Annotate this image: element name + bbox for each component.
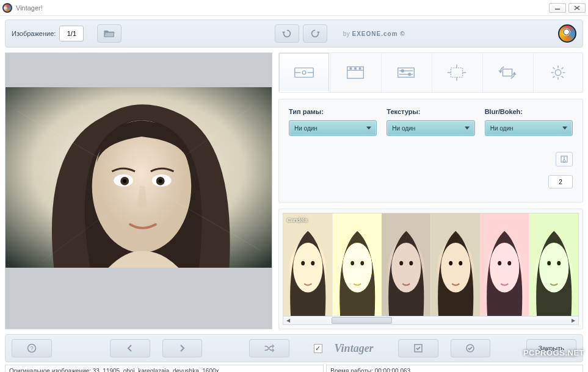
svg-point-46 bbox=[301, 261, 305, 265]
svg-point-20 bbox=[355, 68, 357, 70]
status-original: Оригинальное изображение: 33_11905_oboi_… bbox=[5, 365, 324, 372]
brand-logo-icon bbox=[558, 24, 576, 43]
preview-image bbox=[5, 87, 272, 268]
toolbar: Изображение: 1/1 by EXEONE.com © bbox=[5, 20, 583, 48]
window-title: Vintager! bbox=[16, 4, 546, 12]
bottom-bar: ? ✓ Vintager Закрыть bbox=[5, 334, 583, 362]
save-button[interactable] bbox=[398, 339, 438, 357]
shuffle-button[interactable] bbox=[249, 339, 289, 357]
settings-tab[interactable] bbox=[533, 53, 583, 92]
help-button[interactable]: ? bbox=[12, 339, 52, 357]
tool-tabs bbox=[278, 52, 583, 93]
filter-thumb[interactable] bbox=[382, 213, 431, 316]
next-button[interactable] bbox=[162, 339, 203, 357]
scroll-grip[interactable] bbox=[332, 317, 392, 324]
svg-rect-32 bbox=[503, 69, 512, 76]
frame-type-dropdown[interactable]: Ни один bbox=[289, 120, 377, 136]
rotate-tab[interactable] bbox=[482, 53, 532, 92]
svg-point-57 bbox=[409, 261, 413, 265]
controls-panel: Тип рамы: Ни один Текстуры: Ни один Blur… bbox=[278, 99, 583, 202]
svg-point-25 bbox=[401, 70, 404, 72]
crop-tab[interactable] bbox=[432, 53, 481, 92]
svg-point-7 bbox=[123, 179, 126, 183]
svg-point-72 bbox=[557, 261, 561, 265]
filter-label: Candela bbox=[287, 217, 308, 223]
close-button[interactable] bbox=[568, 3, 586, 13]
svg-line-39 bbox=[562, 76, 564, 78]
undo-button[interactable] bbox=[275, 24, 299, 43]
svg-point-14 bbox=[302, 71, 306, 74]
svg-point-19 bbox=[350, 68, 352, 70]
svg-line-38 bbox=[553, 67, 554, 69]
preview-pane bbox=[5, 52, 272, 329]
filter-strip-panel: Candela ◀ ▶ bbox=[278, 209, 583, 329]
texture-label: Текстуры: bbox=[387, 108, 474, 115]
filter-thumb[interactable] bbox=[480, 213, 529, 316]
scroll-left-button[interactable]: ◀ bbox=[283, 317, 293, 324]
texture-dropdown[interactable]: Ни один bbox=[387, 120, 474, 136]
svg-point-62 bbox=[459, 261, 462, 265]
adjust-tab[interactable] bbox=[381, 53, 430, 92]
filter-thumb[interactable]: Candela bbox=[283, 213, 333, 316]
blur-label: Blur/Bokeh: bbox=[485, 108, 573, 115]
filter-strip: Candela bbox=[283, 213, 579, 317]
svg-point-56 bbox=[399, 261, 403, 265]
blur-dropdown[interactable]: Ни один bbox=[485, 120, 573, 136]
minimize-button[interactable] bbox=[549, 3, 566, 13]
vintager-checkbox[interactable]: ✓ bbox=[314, 344, 322, 353]
svg-point-26 bbox=[408, 73, 411, 76]
by-text: by EXEONE.com © bbox=[343, 30, 405, 37]
filter-scrollbar[interactable]: ◀ ▶ bbox=[283, 317, 579, 325]
filter-thumb[interactable] bbox=[333, 213, 382, 316]
svg-rect-22 bbox=[398, 68, 415, 77]
svg-point-52 bbox=[360, 261, 364, 265]
svg-rect-27 bbox=[451, 68, 463, 77]
apply-button[interactable] bbox=[451, 339, 491, 357]
app-icon bbox=[2, 3, 12, 13]
image-counter: 1/1 bbox=[59, 26, 84, 41]
redo-button[interactable] bbox=[303, 24, 327, 43]
effects-tab[interactable] bbox=[279, 53, 329, 92]
svg-point-66 bbox=[498, 261, 501, 265]
vintager-logo: Vintager bbox=[335, 342, 374, 355]
svg-point-61 bbox=[449, 261, 452, 265]
svg-line-40 bbox=[562, 67, 564, 69]
watermark: PCPROGS.NET bbox=[523, 348, 584, 357]
status-runtime: Время работы: 00:00:00.063 bbox=[326, 365, 583, 372]
svg-point-33 bbox=[555, 70, 561, 76]
frame-tab[interactable] bbox=[330, 53, 380, 92]
open-folder-button[interactable] bbox=[97, 24, 122, 43]
svg-point-10 bbox=[159, 179, 162, 183]
status-bar: Оригинальное изображение: 33_11905_oboi_… bbox=[5, 365, 583, 372]
svg-point-21 bbox=[359, 68, 361, 70]
frame-type-label: Тип рамы: bbox=[289, 108, 377, 115]
eyedropper-icon[interactable] bbox=[556, 152, 573, 166]
blur-amount-field[interactable]: 2 bbox=[548, 175, 573, 188]
svg-line-41 bbox=[553, 76, 554, 78]
svg-point-51 bbox=[350, 261, 354, 265]
scroll-right-button[interactable]: ▶ bbox=[568, 317, 578, 324]
titlebar: Vintager! bbox=[0, 0, 588, 16]
prev-button[interactable] bbox=[110, 339, 150, 357]
filter-thumb[interactable] bbox=[529, 213, 579, 316]
filter-thumb[interactable] bbox=[431, 213, 481, 316]
image-label: Изображение: bbox=[12, 30, 56, 37]
svg-point-47 bbox=[311, 261, 314, 265]
svg-text:?: ? bbox=[30, 345, 33, 351]
svg-point-67 bbox=[507, 261, 511, 265]
svg-point-71 bbox=[547, 261, 551, 265]
